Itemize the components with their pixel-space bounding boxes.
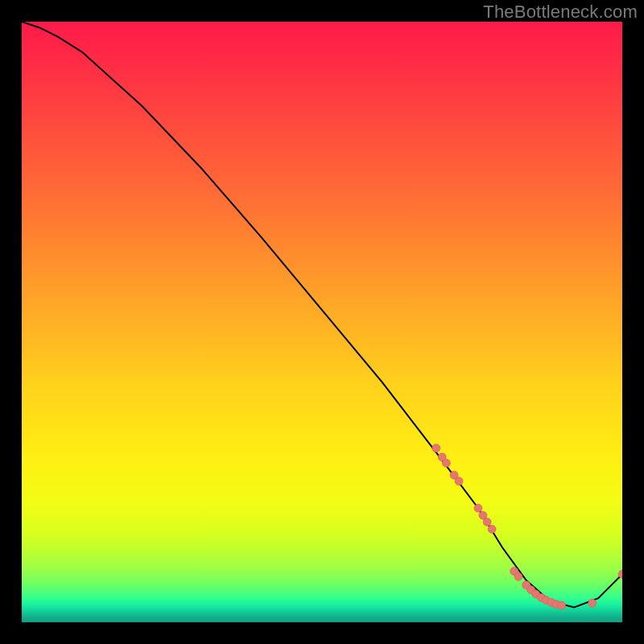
watermark-text: TheBottleneck.com [483, 2, 638, 23]
plot-area [22, 22, 622, 622]
gradient-background [22, 22, 622, 622]
chart-frame: TheBottleneck.com [0, 0, 644, 644]
